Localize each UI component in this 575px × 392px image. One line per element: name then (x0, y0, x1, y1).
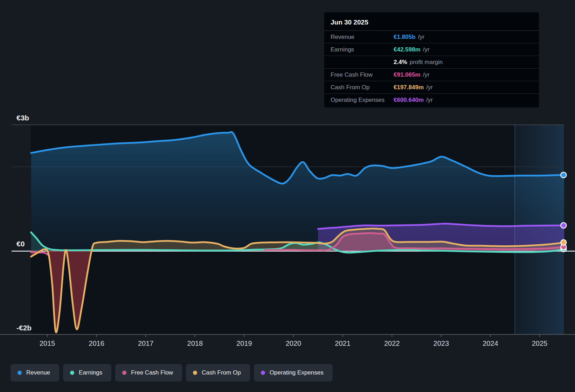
x-label-2016: 2016 (89, 340, 104, 347)
x-label-2021: 2021 (335, 340, 351, 347)
fcf-dot-icon (122, 371, 126, 375)
tooltip-row-unit: /yr (423, 71, 430, 78)
tooltip-rows: Revenue€1.805b/yrEarnings€42.598m/yr2.4%… (324, 31, 539, 106)
tooltip-row-value: €1.805b (394, 34, 415, 41)
tooltip-row-value: €91.065m (394, 71, 421, 78)
financial-history-chart: 2015201620172018201920202021202220232024… (0, 0, 575, 392)
revenue-dot-icon (18, 371, 22, 375)
tooltip-row-unit: /yr (423, 46, 430, 53)
tooltip-panel: Jun 30 2025 Revenue€1.805b/yrEarnings€42… (324, 12, 539, 108)
tooltip-row-revenue: Revenue€1.805b/yr (324, 31, 539, 43)
tooltip-row-unit: /yr (426, 97, 433, 104)
opex-dot-icon (261, 371, 265, 375)
legend: RevenueEarningsFree Cash FlowCash From O… (11, 364, 333, 382)
tooltip-row-unit: /yr (418, 34, 424, 41)
cfo-endpoint-dot (561, 240, 566, 245)
x-label-2023: 2023 (434, 340, 449, 347)
x-label-2024: 2024 (483, 340, 498, 347)
tooltip-row-label: Operating Expenses (331, 97, 394, 104)
x-label-2020: 2020 (286, 340, 302, 347)
x-label-2015: 2015 (40, 340, 55, 347)
x-label-2022: 2022 (384, 340, 400, 347)
profit-margin-label: profit margin (410, 59, 443, 66)
profit-margin-value: 2.4% (394, 59, 407, 66)
tooltip-row-value: €42.598m (394, 46, 421, 53)
y-label--2b: -€2b (16, 324, 32, 332)
x-label-2025: 2025 (532, 340, 548, 347)
legend-cfo-button[interactable]: Cash From Op (186, 364, 250, 382)
legend-label: Operating Expenses (270, 369, 324, 376)
x-label-2017: 2017 (138, 340, 154, 347)
x-label-2018: 2018 (187, 340, 203, 347)
legend-label: Free Cash Flow (131, 369, 173, 376)
tooltip-row-value: €600.640m (394, 97, 424, 104)
tooltip-row-opex: Operating Expenses€600.640m/yr (324, 94, 539, 106)
tooltip-row-label: Cash From Op (331, 84, 394, 91)
legend-fcf-button[interactable]: Free Cash Flow (115, 364, 182, 382)
x-label-2019: 2019 (236, 340, 252, 347)
tooltip-row-fcf: Free Cash Flow€91.065m/yr (324, 69, 539, 81)
opex-endpoint-dot (561, 223, 566, 228)
legend-label: Revenue (26, 369, 50, 376)
tooltip-row-earnings: Earnings€42.598m/yr (324, 43, 539, 56)
revenue-endpoint-dot (561, 172, 566, 178)
tooltip-row-unit: /yr (426, 84, 433, 91)
cfo-dot-icon (193, 371, 197, 375)
tooltip-row-profit-margin: 2.4%profit margin (324, 56, 539, 69)
legend-opex-button[interactable]: Operating Expenses (254, 364, 333, 382)
tooltip-row-label: Earnings (331, 46, 394, 53)
y-label-3b: €3b (16, 114, 29, 122)
legend-earnings-button[interactable]: Earnings (63, 364, 111, 382)
tooltip-date: Jun 30 2025 (324, 16, 539, 31)
y-label-0b: €0 (16, 240, 25, 248)
legend-label: Earnings (79, 369, 102, 376)
tooltip-row-cfo: Cash From Op€197.849m/yr (324, 81, 539, 94)
tooltip-row-label: Revenue (331, 34, 394, 41)
earnings-dot-icon (70, 371, 74, 375)
tooltip-row-value: €197.849m (394, 84, 424, 91)
legend-label: Cash From Op (202, 369, 241, 376)
legend-revenue-button[interactable]: Revenue (11, 364, 59, 382)
tooltip-row-label: Free Cash Flow (331, 71, 394, 78)
